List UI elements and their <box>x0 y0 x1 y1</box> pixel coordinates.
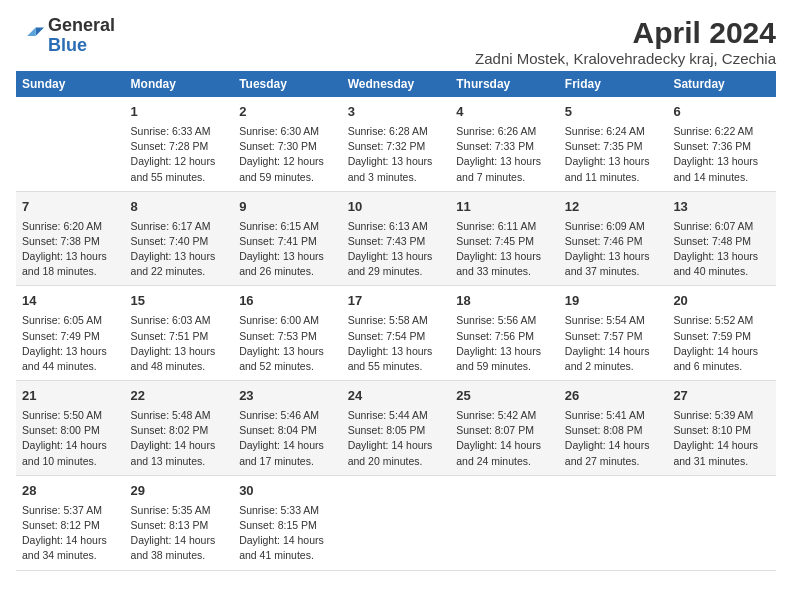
day-number: 15 <box>131 292 228 311</box>
day-info: Daylight: 13 hours <box>673 154 770 169</box>
day-cell: 9Sunrise: 6:15 AMSunset: 7:41 PMDaylight… <box>233 191 342 286</box>
day-info: and 6 minutes. <box>673 359 770 374</box>
day-number: 24 <box>348 387 445 406</box>
day-info: Daylight: 13 hours <box>456 344 553 359</box>
day-number: 2 <box>239 103 336 122</box>
day-cell: 7Sunrise: 6:20 AMSunset: 7:38 PMDaylight… <box>16 191 125 286</box>
day-info: Daylight: 14 hours <box>673 344 770 359</box>
svg-marker-1 <box>36 27 44 35</box>
day-info: Sunset: 7:59 PM <box>673 329 770 344</box>
day-info: Daylight: 13 hours <box>131 249 228 264</box>
day-number: 16 <box>239 292 336 311</box>
day-info: and 40 minutes. <box>673 264 770 279</box>
day-info: Daylight: 13 hours <box>131 344 228 359</box>
day-info: Daylight: 12 hours <box>131 154 228 169</box>
day-info: Daylight: 14 hours <box>131 533 228 548</box>
day-info: and 26 minutes. <box>239 264 336 279</box>
day-info: Sunset: 7:51 PM <box>131 329 228 344</box>
day-info: and 33 minutes. <box>456 264 553 279</box>
day-info: and 37 minutes. <box>565 264 662 279</box>
day-info: Sunrise: 5:46 AM <box>239 408 336 423</box>
logo-icon <box>16 22 44 50</box>
svg-marker-2 <box>27 27 35 35</box>
day-info: Sunrise: 6:28 AM <box>348 124 445 139</box>
week-row-3: 14Sunrise: 6:05 AMSunset: 7:49 PMDayligh… <box>16 286 776 381</box>
day-info: Sunset: 7:57 PM <box>565 329 662 344</box>
day-info: Sunset: 7:36 PM <box>673 139 770 154</box>
day-info: Sunrise: 5:58 AM <box>348 313 445 328</box>
day-info: and 18 minutes. <box>22 264 119 279</box>
day-number: 26 <box>565 387 662 406</box>
day-info: Daylight: 13 hours <box>348 154 445 169</box>
day-number: 10 <box>348 198 445 217</box>
header-cell-thursday: Thursday <box>450 71 559 97</box>
day-info: and 29 minutes. <box>348 264 445 279</box>
day-info: Sunrise: 5:50 AM <box>22 408 119 423</box>
day-info: Sunset: 7:30 PM <box>239 139 336 154</box>
header-cell-friday: Friday <box>559 71 668 97</box>
day-info: Sunset: 8:05 PM <box>348 423 445 438</box>
day-cell: 12Sunrise: 6:09 AMSunset: 7:46 PMDayligh… <box>559 191 668 286</box>
day-info: Sunset: 7:43 PM <box>348 234 445 249</box>
day-info: and 17 minutes. <box>239 454 336 469</box>
day-info: Sunset: 7:56 PM <box>456 329 553 344</box>
day-info: Daylight: 13 hours <box>239 344 336 359</box>
day-number: 19 <box>565 292 662 311</box>
day-info: Sunrise: 5:52 AM <box>673 313 770 328</box>
day-number: 13 <box>673 198 770 217</box>
day-info: Sunrise: 6:05 AM <box>22 313 119 328</box>
day-info: and 38 minutes. <box>131 548 228 563</box>
logo-text: General Blue <box>48 16 115 56</box>
day-number: 9 <box>239 198 336 217</box>
day-info: Sunrise: 5:37 AM <box>22 503 119 518</box>
day-info: and 20 minutes. <box>348 454 445 469</box>
day-info: Sunrise: 6:09 AM <box>565 219 662 234</box>
day-info: Daylight: 14 hours <box>456 438 553 453</box>
day-info: and 10 minutes. <box>22 454 119 469</box>
day-info: and 31 minutes. <box>673 454 770 469</box>
day-cell: 29Sunrise: 5:35 AMSunset: 8:13 PMDayligh… <box>125 475 234 570</box>
day-cell: 11Sunrise: 6:11 AMSunset: 7:45 PMDayligh… <box>450 191 559 286</box>
week-row-1: 1Sunrise: 6:33 AMSunset: 7:28 PMDaylight… <box>16 97 776 191</box>
day-info: Sunset: 8:02 PM <box>131 423 228 438</box>
day-number: 14 <box>22 292 119 311</box>
day-info: Daylight: 14 hours <box>673 438 770 453</box>
day-info: and 55 minutes. <box>131 170 228 185</box>
day-cell: 27Sunrise: 5:39 AMSunset: 8:10 PMDayligh… <box>667 381 776 476</box>
day-info: and 22 minutes. <box>131 264 228 279</box>
day-number: 17 <box>348 292 445 311</box>
logo: General Blue <box>16 16 115 56</box>
day-info: Daylight: 13 hours <box>565 154 662 169</box>
day-info: Daylight: 13 hours <box>22 249 119 264</box>
day-cell: 17Sunrise: 5:58 AMSunset: 7:54 PMDayligh… <box>342 286 451 381</box>
header-cell-monday: Monday <box>125 71 234 97</box>
day-info: Sunset: 8:12 PM <box>22 518 119 533</box>
day-info: Sunset: 8:08 PM <box>565 423 662 438</box>
day-info: Daylight: 13 hours <box>456 249 553 264</box>
day-cell: 22Sunrise: 5:48 AMSunset: 8:02 PMDayligh… <box>125 381 234 476</box>
day-cell: 8Sunrise: 6:17 AMSunset: 7:40 PMDaylight… <box>125 191 234 286</box>
day-info: Sunset: 7:45 PM <box>456 234 553 249</box>
day-info: Sunset: 7:46 PM <box>565 234 662 249</box>
day-cell: 2Sunrise: 6:30 AMSunset: 7:30 PMDaylight… <box>233 97 342 191</box>
day-info: Daylight: 13 hours <box>348 344 445 359</box>
day-info: Sunrise: 5:54 AM <box>565 313 662 328</box>
day-info: Daylight: 14 hours <box>239 438 336 453</box>
day-info: Sunrise: 6:20 AM <box>22 219 119 234</box>
day-number: 27 <box>673 387 770 406</box>
logo-blue-text: Blue <box>48 35 87 55</box>
day-info: and 7 minutes. <box>456 170 553 185</box>
day-number: 22 <box>131 387 228 406</box>
day-number: 4 <box>456 103 553 122</box>
day-cell: 21Sunrise: 5:50 AMSunset: 8:00 PMDayligh… <box>16 381 125 476</box>
day-info: Sunset: 7:41 PM <box>239 234 336 249</box>
day-cell: 5Sunrise: 6:24 AMSunset: 7:35 PMDaylight… <box>559 97 668 191</box>
day-cell <box>667 475 776 570</box>
day-info: Daylight: 12 hours <box>239 154 336 169</box>
day-info: Sunrise: 5:35 AM <box>131 503 228 518</box>
day-number: 5 <box>565 103 662 122</box>
day-cell: 24Sunrise: 5:44 AMSunset: 8:05 PMDayligh… <box>342 381 451 476</box>
week-row-2: 7Sunrise: 6:20 AMSunset: 7:38 PMDaylight… <box>16 191 776 286</box>
day-cell: 15Sunrise: 6:03 AMSunset: 7:51 PMDayligh… <box>125 286 234 381</box>
day-info: Sunset: 7:28 PM <box>131 139 228 154</box>
